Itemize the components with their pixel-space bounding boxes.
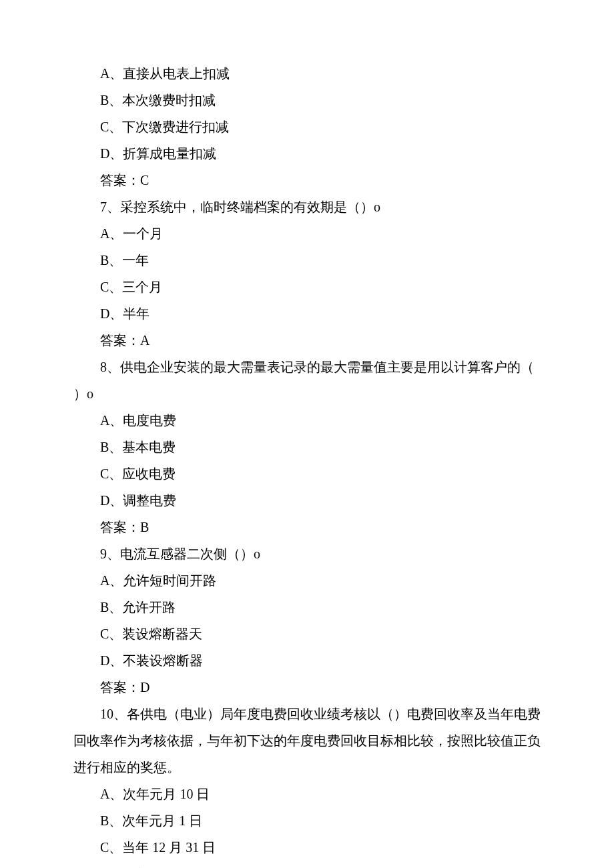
text-line: D、调整电费: [73, 487, 541, 514]
text-line: 8、供电企业安装的最大需量表记录的最大需量值主要是用以计算客户的（: [73, 354, 541, 380]
text-line: B、次年元月 1 日: [73, 807, 541, 834]
text-line: D、次年元月 2 日: [73, 861, 541, 868]
text-line: A、直接从电表上扣减: [73, 60, 541, 87]
text-line: B、一年: [73, 247, 541, 274]
text-line: B、允许开路: [73, 594, 541, 620]
text-line: A、次年元月 10 日: [73, 781, 541, 807]
text-line: 答案：C: [73, 167, 541, 193]
text-line: B、基本电费: [73, 434, 541, 460]
text-line: D、折算成电量扣减: [73, 140, 541, 167]
text-line: 答案：B: [73, 514, 541, 540]
text-line: ）o: [73, 380, 541, 407]
text-line: A、一个月: [73, 220, 541, 247]
text-line: B、本次缴费时扣减: [73, 87, 541, 113]
text-line: C、应收电费: [73, 460, 541, 487]
text-line: 答案：D: [73, 674, 541, 701]
text-line: C、三个月: [73, 274, 541, 300]
text-line: 答案：A: [73, 327, 541, 354]
text-line: 回收率作为考核依据，与年初下达的年度电费回收目标相比较，按照比较值正负: [73, 727, 541, 754]
text-line: D、半年: [73, 300, 541, 327]
text-line: 7、采控系统中，临时终端档案的有效期是（）o: [73, 193, 541, 220]
document-page: A、直接从电表上扣减B、本次缴费时扣减C、下次缴费进行扣减D、折算成电量扣减答案…: [0, 0, 614, 868]
text-line: 进行相应的奖惩。: [73, 754, 541, 781]
text-line: A、允许短时间开路: [73, 567, 541, 594]
text-line: A、电度电费: [73, 407, 541, 434]
text-line: 9、电流互感器二次侧（）o: [73, 540, 541, 567]
text-line: C、装设熔断器天: [73, 620, 541, 647]
text-line: 10、各供电（电业）局年度电费回收业绩考核以（）电费回收率及当年电费: [73, 701, 541, 727]
text-line: D、不装设熔断器: [73, 647, 541, 674]
text-line: C、下次缴费进行扣减: [73, 113, 541, 140]
text-line: C、当年 12 月 31 日: [73, 834, 541, 861]
